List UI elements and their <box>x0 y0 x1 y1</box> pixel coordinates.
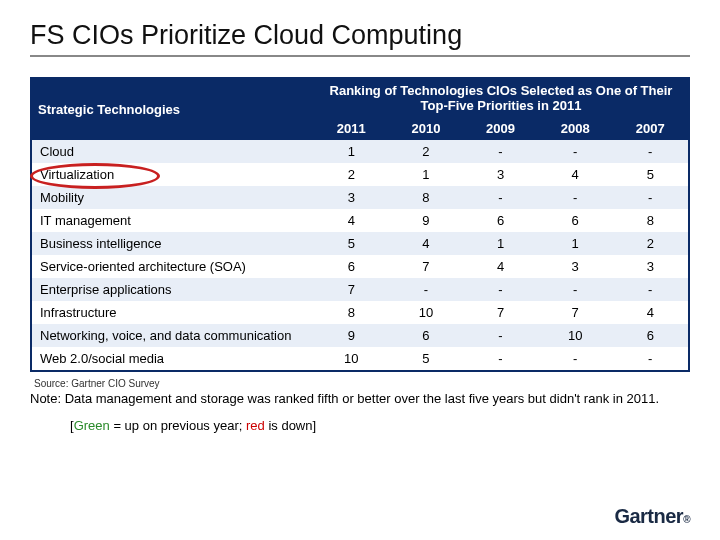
rank-cell: 9 <box>389 209 464 232</box>
table-row: IT management49668 <box>31 209 689 232</box>
rank-cell: 4 <box>314 209 389 232</box>
table-colspan-header: Ranking of Technologies CIOs Selected as… <box>314 78 689 117</box>
slide: FS CIOs Prioritize Cloud Computing Strat… <box>0 0 720 540</box>
legend-green: Green <box>74 418 110 433</box>
tech-name-cell: Infrastructure <box>31 301 314 324</box>
tech-name-cell: Mobility <box>31 186 314 209</box>
rank-cell: 7 <box>389 255 464 278</box>
legend-mid2: is down] <box>265 418 316 433</box>
rank-cell: 4 <box>613 301 690 324</box>
rank-cell: - <box>463 347 538 371</box>
rank-cell: 5 <box>613 163 690 186</box>
rank-cell: 3 <box>538 255 613 278</box>
gartner-logo: Gartner® <box>614 505 690 528</box>
rank-cell: 8 <box>613 209 690 232</box>
rank-cell: 6 <box>463 209 538 232</box>
rank-cell: 10 <box>314 347 389 371</box>
rank-cell: 4 <box>389 232 464 255</box>
legend-red: red <box>246 418 265 433</box>
table-year-header: 2007 <box>613 117 690 140</box>
rank-cell: 6 <box>613 324 690 347</box>
rank-cell: - <box>613 347 690 371</box>
rank-cell: - <box>613 186 690 209</box>
table-row: Networking, voice, and data communicatio… <box>31 324 689 347</box>
rank-cell: - <box>463 278 538 301</box>
table-row: Web 2.0/social media105--- <box>31 347 689 371</box>
legend-mid1: = up on previous year; <box>110 418 246 433</box>
rank-cell: 5 <box>389 347 464 371</box>
rank-cell: 8 <box>389 186 464 209</box>
rank-cell: 1 <box>389 163 464 186</box>
rank-cell: 3 <box>463 163 538 186</box>
source-line: Source: Gartner CIO Survey <box>34 378 690 389</box>
rank-cell: 4 <box>538 163 613 186</box>
rank-cell: 5 <box>314 232 389 255</box>
tech-name-cell: Networking, voice, and data communicatio… <box>31 324 314 347</box>
rank-cell: 1 <box>538 232 613 255</box>
table-row: Business intelligence54112 <box>31 232 689 255</box>
rank-cell: - <box>538 278 613 301</box>
tech-name-cell: Cloud <box>31 140 314 163</box>
tech-name-cell: Virtualization <box>31 163 314 186</box>
table-year-header: 2010 <box>389 117 464 140</box>
rank-cell: 3 <box>613 255 690 278</box>
table-year-header: 2008 <box>538 117 613 140</box>
rank-cell: 1 <box>314 140 389 163</box>
rank-cell: - <box>463 140 538 163</box>
table-row: Service-oriented architecture (SOA)67433 <box>31 255 689 278</box>
legend-line: [Green = up on previous year; red is dow… <box>70 418 690 433</box>
rank-cell: 7 <box>463 301 538 324</box>
rank-cell: 2 <box>314 163 389 186</box>
table-row: Mobility38--- <box>31 186 689 209</box>
rank-cell: 2 <box>389 140 464 163</box>
rank-cell: - <box>538 140 613 163</box>
tech-name-cell: Business intelligence <box>31 232 314 255</box>
page-title: FS CIOs Prioritize Cloud Computing <box>30 20 690 51</box>
rank-cell: 1 <box>463 232 538 255</box>
rank-cell: 10 <box>389 301 464 324</box>
tech-name-cell: Enterprise applications <box>31 278 314 301</box>
table-row-header: Strategic Technologies <box>31 78 314 140</box>
rank-cell: - <box>463 324 538 347</box>
rank-cell: - <box>389 278 464 301</box>
table-row: Enterprise applications7---- <box>31 278 689 301</box>
note-line: Note: Data management and storage was ra… <box>30 391 690 406</box>
tech-name-cell: Service-oriented architecture (SOA) <box>31 255 314 278</box>
rank-cell: 6 <box>314 255 389 278</box>
rank-cell: 4 <box>463 255 538 278</box>
rank-cell: 3 <box>314 186 389 209</box>
rank-cell: - <box>613 140 690 163</box>
table-row: Virtualization21345 <box>31 163 689 186</box>
tech-name-cell: Web 2.0/social media <box>31 347 314 371</box>
title-rule <box>30 55 690 57</box>
table-row: Infrastructure810774 <box>31 301 689 324</box>
rank-cell: 2 <box>613 232 690 255</box>
rank-cell: - <box>613 278 690 301</box>
rank-cell: - <box>538 186 613 209</box>
rank-cell: 7 <box>538 301 613 324</box>
rankings-table: Strategic Technologies Ranking of Techno… <box>30 77 690 372</box>
table-row: Cloud12--- <box>31 140 689 163</box>
rank-cell: 6 <box>389 324 464 347</box>
rank-cell: 7 <box>314 278 389 301</box>
table-year-header: 2009 <box>463 117 538 140</box>
rank-cell: 8 <box>314 301 389 324</box>
rank-cell: 6 <box>538 209 613 232</box>
rank-cell: 10 <box>538 324 613 347</box>
table-year-header: 2011 <box>314 117 389 140</box>
rank-cell: 9 <box>314 324 389 347</box>
tech-name-cell: IT management <box>31 209 314 232</box>
rank-cell: - <box>538 347 613 371</box>
rank-cell: - <box>463 186 538 209</box>
